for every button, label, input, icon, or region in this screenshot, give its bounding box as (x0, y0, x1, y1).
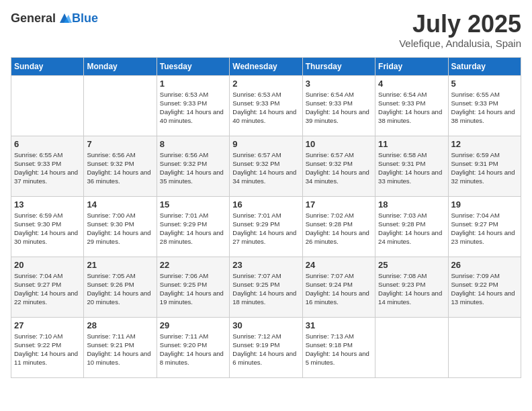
day-number: 7 (87, 139, 153, 149)
day-info: Sunrise: 7:13 AM Sunset: 9:18 PM Dayligh… (306, 332, 372, 367)
calendar-week-4: 20Sunrise: 7:04 AM Sunset: 9:27 PM Dayli… (11, 257, 521, 317)
calendar-week-2: 6Sunrise: 6:55 AM Sunset: 9:33 PM Daylig… (11, 136, 521, 196)
page-header: General Blue July 2025 Velefique, Andalu… (11, 11, 521, 49)
day-number: 1 (160, 79, 226, 89)
day-info: Sunrise: 7:00 AM Sunset: 9:30 PM Dayligh… (87, 211, 153, 246)
day-number: 26 (451, 260, 518, 270)
logo-blue: Blue (72, 11, 98, 26)
day-info: Sunrise: 6:56 AM Sunset: 9:32 PM Dayligh… (160, 150, 226, 186)
day-info: Sunrise: 6:59 AM Sunset: 9:31 PM Dayligh… (451, 150, 518, 186)
day-info: Sunrise: 6:57 AM Sunset: 9:32 PM Dayligh… (306, 150, 372, 186)
calendar-cell: 11Sunrise: 6:58 AM Sunset: 9:31 PM Dayli… (375, 136, 448, 196)
day-number: 3 (306, 79, 372, 89)
day-info: Sunrise: 7:04 AM Sunset: 9:27 PM Dayligh… (14, 271, 81, 307)
day-number: 17 (306, 199, 372, 210)
calendar-cell: 27Sunrise: 7:10 AM Sunset: 9:22 PM Dayli… (11, 317, 84, 377)
calendar-week-3: 13Sunrise: 6:59 AM Sunset: 9:30 PM Dayli… (11, 196, 521, 257)
day-header-friday: Friday (375, 57, 448, 75)
day-info: Sunrise: 6:59 AM Sunset: 9:30 PM Dayligh… (14, 211, 81, 246)
day-info: Sunrise: 6:55 AM Sunset: 9:33 PM Dayligh… (451, 90, 518, 126)
location-title: Velefique, Andalusia, Spain (399, 38, 521, 49)
calendar-cell: 20Sunrise: 7:04 AM Sunset: 9:27 PM Dayli… (11, 257, 84, 317)
day-info: Sunrise: 7:07 AM Sunset: 9:24 PM Dayligh… (306, 271, 372, 307)
calendar-cell: 29Sunrise: 7:11 AM Sunset: 9:20 PM Dayli… (157, 317, 229, 377)
calendar-cell: 17Sunrise: 7:02 AM Sunset: 9:28 PM Dayli… (302, 196, 375, 257)
logo: General Blue (11, 11, 98, 26)
day-number: 28 (87, 320, 153, 330)
calendar-cell: 30Sunrise: 7:12 AM Sunset: 9:19 PM Dayli… (230, 317, 302, 377)
day-number: 18 (378, 199, 445, 210)
day-number: 31 (306, 320, 372, 330)
day-number: 24 (306, 260, 372, 270)
day-info: Sunrise: 6:54 AM Sunset: 9:33 PM Dayligh… (378, 90, 445, 126)
calendar-cell (11, 75, 84, 136)
day-number: 16 (232, 199, 299, 210)
day-info: Sunrise: 7:03 AM Sunset: 9:28 PM Dayligh… (378, 211, 445, 246)
calendar-cell: 26Sunrise: 7:09 AM Sunset: 9:22 PM Dayli… (448, 257, 521, 317)
calendar-cell: 16Sunrise: 7:01 AM Sunset: 9:29 PM Dayli… (230, 196, 302, 257)
day-header-thursday: Thursday (302, 57, 375, 75)
calendar-cell: 6Sunrise: 6:55 AM Sunset: 9:33 PM Daylig… (11, 136, 84, 196)
calendar-cell: 5Sunrise: 6:55 AM Sunset: 9:33 PM Daylig… (448, 75, 521, 136)
calendar-cell: 19Sunrise: 7:04 AM Sunset: 9:27 PM Dayli… (448, 196, 521, 257)
day-info: Sunrise: 7:10 AM Sunset: 9:22 PM Dayligh… (14, 332, 81, 367)
day-number: 29 (160, 320, 226, 330)
calendar-cell (448, 317, 521, 377)
day-info: Sunrise: 7:11 AM Sunset: 9:20 PM Dayligh… (160, 332, 226, 367)
calendar-cell: 7Sunrise: 6:56 AM Sunset: 9:32 PM Daylig… (84, 136, 157, 196)
calendar-cell: 1Sunrise: 6:53 AM Sunset: 9:33 PM Daylig… (157, 75, 229, 136)
day-number: 19 (451, 199, 518, 210)
day-info: Sunrise: 6:53 AM Sunset: 9:33 PM Dayligh… (160, 90, 226, 126)
calendar-cell: 21Sunrise: 7:05 AM Sunset: 9:26 PM Dayli… (84, 257, 157, 317)
day-number: 10 (306, 139, 372, 149)
title-block: July 2025 Velefique, Andalusia, Spain (399, 11, 521, 49)
day-number: 12 (451, 139, 518, 149)
day-number: 25 (378, 260, 445, 270)
logo-general: General (11, 11, 56, 26)
calendar-cell: 3Sunrise: 6:54 AM Sunset: 9:33 PM Daylig… (302, 75, 375, 136)
day-header-tuesday: Tuesday (157, 57, 229, 75)
day-info: Sunrise: 6:55 AM Sunset: 9:33 PM Dayligh… (14, 150, 81, 186)
calendar-cell: 4Sunrise: 6:54 AM Sunset: 9:33 PM Daylig… (375, 75, 448, 136)
day-info: Sunrise: 6:54 AM Sunset: 9:33 PM Dayligh… (306, 90, 372, 126)
day-header-monday: Monday (84, 57, 157, 75)
day-number: 30 (232, 320, 299, 330)
day-info: Sunrise: 7:02 AM Sunset: 9:28 PM Dayligh… (306, 211, 372, 246)
calendar-cell: 23Sunrise: 7:07 AM Sunset: 9:25 PM Dayli… (230, 257, 302, 317)
day-number: 6 (14, 139, 81, 149)
logo-icon (57, 11, 72, 26)
day-number: 14 (87, 199, 153, 210)
calendar-cell: 10Sunrise: 6:57 AM Sunset: 9:32 PM Dayli… (302, 136, 375, 196)
day-number: 13 (14, 199, 81, 210)
month-title: July 2025 (399, 11, 521, 38)
day-info: Sunrise: 7:11 AM Sunset: 9:21 PM Dayligh… (87, 332, 153, 367)
day-info: Sunrise: 7:12 AM Sunset: 9:19 PM Dayligh… (232, 332, 299, 367)
day-number: 27 (14, 320, 81, 330)
calendar-cell: 24Sunrise: 7:07 AM Sunset: 9:24 PM Dayli… (302, 257, 375, 317)
calendar-cell: 13Sunrise: 6:59 AM Sunset: 9:30 PM Dayli… (11, 196, 84, 257)
day-info: Sunrise: 7:06 AM Sunset: 9:25 PM Dayligh… (160, 271, 226, 307)
calendar-cell: 14Sunrise: 7:00 AM Sunset: 9:30 PM Dayli… (84, 196, 157, 257)
day-info: Sunrise: 7:04 AM Sunset: 9:27 PM Dayligh… (451, 211, 518, 246)
calendar-cell: 2Sunrise: 6:53 AM Sunset: 9:33 PM Daylig… (230, 75, 302, 136)
day-info: Sunrise: 6:56 AM Sunset: 9:32 PM Dayligh… (87, 150, 153, 186)
calendar-header-row: SundayMondayTuesdayWednesdayThursdayFrid… (11, 57, 521, 75)
day-number: 5 (451, 79, 518, 89)
calendar-week-1: 1Sunrise: 6:53 AM Sunset: 9:33 PM Daylig… (11, 75, 521, 136)
day-number: 23 (232, 260, 299, 270)
day-info: Sunrise: 6:58 AM Sunset: 9:31 PM Dayligh… (378, 150, 445, 186)
calendar-week-5: 27Sunrise: 7:10 AM Sunset: 9:22 PM Dayli… (11, 317, 521, 377)
day-info: Sunrise: 7:01 AM Sunset: 9:29 PM Dayligh… (232, 211, 299, 246)
day-number: 11 (378, 139, 445, 149)
day-number: 22 (160, 260, 226, 270)
calendar-cell: 28Sunrise: 7:11 AM Sunset: 9:21 PM Dayli… (84, 317, 157, 377)
day-number: 21 (87, 260, 153, 270)
calendar-cell: 9Sunrise: 6:57 AM Sunset: 9:32 PM Daylig… (230, 136, 302, 196)
day-number: 2 (232, 79, 299, 89)
day-header-sunday: Sunday (11, 57, 84, 75)
calendar-cell (84, 75, 157, 136)
calendar-cell: 12Sunrise: 6:59 AM Sunset: 9:31 PM Dayli… (448, 136, 521, 196)
day-info: Sunrise: 6:57 AM Sunset: 9:32 PM Dayligh… (232, 150, 299, 186)
day-number: 15 (160, 199, 226, 210)
calendar-cell: 25Sunrise: 7:08 AM Sunset: 9:23 PM Dayli… (375, 257, 448, 317)
